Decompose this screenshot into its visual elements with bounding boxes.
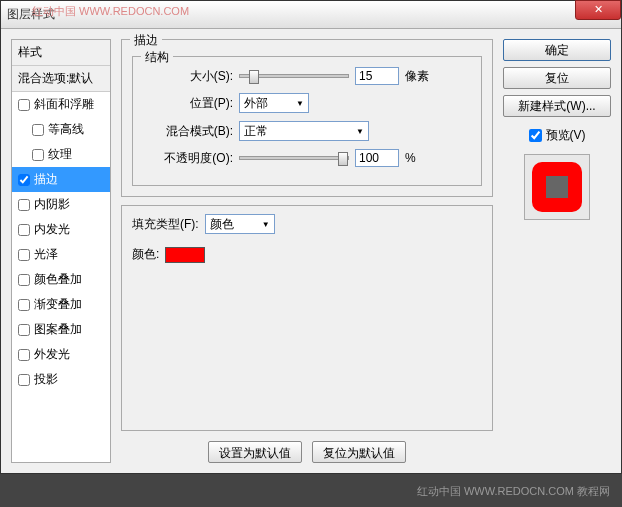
preview-checkbox[interactable] [529,129,542,142]
style-item[interactable]: 内发光 [12,217,110,242]
right-panel: 确定 复位 新建样式(W)... 预览(V) [503,39,611,463]
style-item-label: 投影 [34,371,58,388]
style-checkbox[interactable] [18,224,30,236]
chevron-down-icon: ▼ [356,127,364,136]
style-item[interactable]: 渐变叠加 [12,292,110,317]
color-label: 颜色: [132,246,159,263]
fill-type-select[interactable]: 颜色 ▼ [205,214,275,234]
position-value: 外部 [244,95,268,112]
style-checkbox[interactable] [18,324,30,336]
style-item-label: 纹理 [48,146,72,163]
size-unit: 像素 [405,68,429,85]
stroke-fieldset: 描边 结构 大小(S): 像素 位置(P): 外部 ▼ [121,39,493,197]
settings-panel: 描边 结构 大小(S): 像素 位置(P): 外部 ▼ [121,39,493,463]
blend-mode-label: 混合模式(B): [143,123,233,140]
style-item-label: 光泽 [34,246,58,263]
style-checkbox[interactable] [18,299,30,311]
style-item[interactable]: 纹理 [12,142,110,167]
style-checkbox[interactable] [18,274,30,286]
style-item-label: 颜色叠加 [34,271,82,288]
style-checkbox[interactable] [18,349,30,361]
style-item-label: 渐变叠加 [34,296,82,313]
chevron-down-icon: ▼ [262,220,270,229]
style-item-label: 斜面和浮雕 [34,96,94,113]
fill-type-label: 填充类型(F): [132,216,199,233]
style-item[interactable]: 外发光 [12,342,110,367]
preview-checkbox-row[interactable]: 预览(V) [529,127,586,144]
opacity-slider[interactable] [239,156,349,160]
blend-mode-select[interactable]: 正常 ▼ [239,121,369,141]
preview-shape [532,162,582,212]
styles-header[interactable]: 样式 [12,40,110,66]
opacity-input[interactable] [355,149,399,167]
style-item-label: 等高线 [48,121,84,138]
structure-fieldset: 结构 大小(S): 像素 位置(P): 外部 ▼ [132,56,482,186]
fill-type-value: 颜色 [210,216,234,233]
style-checkbox[interactable] [18,249,30,261]
new-style-button[interactable]: 新建样式(W)... [503,95,611,117]
stroke-fieldset-label: 描边 [130,32,162,49]
style-item[interactable]: 光泽 [12,242,110,267]
size-label: 大小(S): [143,68,233,85]
color-swatch[interactable] [165,247,205,263]
style-item[interactable]: 内阴影 [12,192,110,217]
position-select[interactable]: 外部 ▼ [239,93,309,113]
structure-label: 结构 [141,49,173,66]
style-item[interactable]: 投影 [12,367,110,392]
ok-button[interactable]: 确定 [503,39,611,61]
set-default-button[interactable]: 设置为默认值 [208,441,302,463]
position-label: 位置(P): [143,95,233,112]
chevron-down-icon: ▼ [296,99,304,108]
style-item[interactable]: 等高线 [12,117,110,142]
size-input[interactable] [355,67,399,85]
dialog-window: 图层样式 ✕ 样式 混合选项:默认 斜面和浮雕等高线纹理描边内阴影内发光光泽颜色… [0,0,622,474]
watermark-bottom: 红动中国 WWW.REDOCN.COM 教程网 [417,484,610,499]
style-checkbox[interactable] [32,124,44,136]
style-item-label: 外发光 [34,346,70,363]
fill-fieldset: 填充类型(F): 颜色 ▼ 颜色: [121,205,493,431]
size-slider[interactable] [239,74,349,78]
style-item-label: 描边 [34,171,58,188]
opacity-label: 不透明度(O): [143,150,233,167]
style-item-label: 内发光 [34,221,70,238]
style-item[interactable]: 描边 [12,167,110,192]
close-button[interactable]: ✕ [575,0,621,20]
style-item-label: 内阴影 [34,196,70,213]
style-checkbox[interactable] [18,374,30,386]
style-checkbox[interactable] [18,99,30,111]
style-checkbox[interactable] [32,149,44,161]
preview-box [524,154,590,220]
style-item[interactable]: 颜色叠加 [12,267,110,292]
style-checkbox[interactable] [18,174,30,186]
blend-mode-value: 正常 [244,123,268,140]
styles-list-panel: 样式 混合选项:默认 斜面和浮雕等高线纹理描边内阴影内发光光泽颜色叠加渐变叠加图… [11,39,111,463]
blend-options-header[interactable]: 混合选项:默认 [12,66,110,92]
preview-label: 预览(V) [546,127,586,144]
style-checkbox[interactable] [18,199,30,211]
reset-default-button[interactable]: 复位为默认值 [312,441,406,463]
watermark-top: 红动中国 WWW.REDOCN.COM [32,4,189,19]
style-item[interactable]: 图案叠加 [12,317,110,342]
preview-core [546,176,568,198]
opacity-unit: % [405,151,416,165]
style-item-label: 图案叠加 [34,321,82,338]
reset-button[interactable]: 复位 [503,67,611,89]
style-item[interactable]: 斜面和浮雕 [12,92,110,117]
